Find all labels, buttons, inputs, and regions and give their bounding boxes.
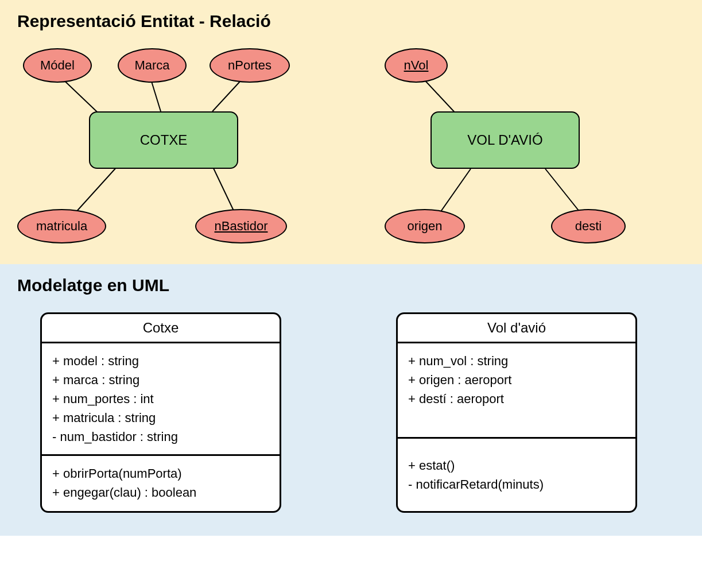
uml-method: - notificarRetard(minuts) <box>408 475 625 494</box>
uml-row: Cotxe + model : string + marca : string … <box>17 312 685 513</box>
uml-attr: + model : string <box>52 351 269 370</box>
entity-cotxe: COTXE <box>89 111 238 169</box>
attr-nportes: nPortes <box>210 48 290 83</box>
uml-title: Modelatge en UML <box>17 276 685 295</box>
attr-model: Módel <box>23 48 92 83</box>
uml-class-vol: Vol d'avió + num_vol : string + origen :… <box>396 312 637 513</box>
attr-desti: desti <box>551 209 626 243</box>
attr-origen: origen <box>385 209 465 243</box>
uml-class-name: Vol d'avió <box>398 314 635 343</box>
uml-class-methods: + obrirPorta(numPorta) + engegar(clau) :… <box>42 456 280 510</box>
uml-method: + estat() <box>408 456 625 475</box>
uml-attr: + marca : string <box>52 370 269 389</box>
uml-section: Modelatge en UML Cotxe + model : string … <box>0 264 702 536</box>
attr-matricula: matricula <box>17 209 106 243</box>
uml-attr: - num_bastidor : string <box>52 427 269 446</box>
uml-attr: + origen : aeroport <box>408 370 625 389</box>
uml-attr: + matricula : string <box>52 408 269 427</box>
uml-attr: + num_portes : int <box>52 389 269 408</box>
uml-class-methods: + estat() - notificarRetard(minuts) <box>398 439 635 511</box>
uml-class-cotxe: Cotxe + model : string + marca : string … <box>40 312 281 513</box>
er-canvas: Módel Marca nPortes COTXE matricula nBas… <box>17 42 685 261</box>
uml-method: + engegar(clau) : boolean <box>52 483 269 502</box>
attr-marca: Marca <box>118 48 187 83</box>
uml-class-attrs: + num_vol : string + origen : aeroport +… <box>398 343 635 439</box>
uml-class-name: Cotxe <box>42 314 280 343</box>
uml-method: + obrirPorta(numPorta) <box>52 464 269 483</box>
er-title: Representació Entitat - Relació <box>17 11 685 31</box>
uml-class-attrs: + model : string + marca : string + num_… <box>42 343 280 456</box>
er-section: Representació Entitat - Relació Módel Ma… <box>0 0 702 264</box>
attr-nvol: nVol <box>385 48 448 83</box>
attr-nbastidor: nBastidor <box>195 209 287 243</box>
uml-attr: + num_vol : string <box>408 351 625 370</box>
uml-attr: + destí : aeroport <box>408 389 625 408</box>
entity-vol: VOL D'AVIÓ <box>430 111 580 169</box>
